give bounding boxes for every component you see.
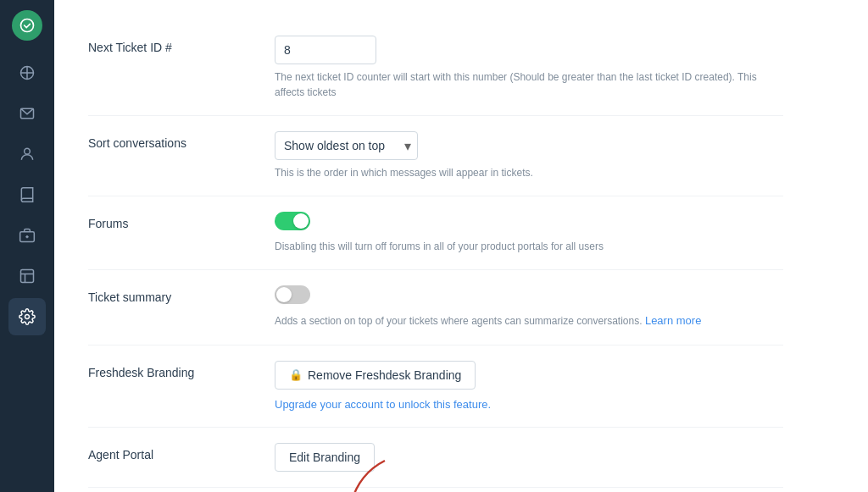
freshdesk-branding-label: Freshdesk Branding — [88, 361, 275, 379]
remove-branding-label: Remove Freshdesk Branding — [308, 368, 461, 382]
setting-freshdesk-branding: Freshdesk Branding 🔒 Remove Freshdesk Br… — [88, 346, 783, 428]
svg-point-5 — [25, 148, 31, 154]
sidebar — [0, 0, 54, 492]
next-ticket-id-input[interactable] — [275, 36, 376, 64]
forums-label: Forums — [88, 212, 275, 230]
forums-control: Disabling this will turn off forums in a… — [275, 212, 783, 254]
logo — [12, 10, 42, 41]
ticket-summary-toggle[interactable] — [275, 285, 310, 304]
remove-freshdesk-branding-button[interactable]: 🔒 Remove Freshdesk Branding — [275, 361, 476, 390]
toggle-track — [275, 212, 310, 230]
next-ticket-id-control: The next ticket ID counter will start wi… — [275, 36, 783, 100]
settings-container: Next Ticket ID # The next ticket ID coun… — [54, 0, 817, 492]
svg-rect-9 — [21, 270, 34, 283]
forums-toggle[interactable] — [275, 212, 310, 230]
next-ticket-id-description: The next ticket ID counter will start wi… — [275, 69, 783, 100]
sort-conversations-label: Sort conversations — [88, 131, 275, 150]
ticket-summary-description-text: Adds a section on top of your tickets wh… — [275, 315, 643, 327]
svg-point-0 — [21, 19, 34, 32]
sidebar-item-inbox[interactable] — [8, 95, 46, 132]
sort-conversations-description: This is the order in which messages will… — [275, 165, 783, 180]
sidebar-item-contacts[interactable] — [8, 135, 46, 173]
upgrade-link[interactable]: Upgrade your account to unlock this feat… — [275, 398, 491, 411]
svg-point-10 — [25, 315, 30, 319]
next-ticket-id-label: Next Ticket ID # — [88, 36, 275, 54]
main-content: Next Ticket ID # The next ticket ID coun… — [54, 0, 868, 492]
sort-conversations-control: Show oldest on top Show newest on top ▾ … — [275, 131, 783, 180]
lock-icon: 🔒 — [289, 368, 303, 381]
sidebar-item-tickets[interactable] — [8, 217, 46, 254]
ticket-summary-description: Adds a section on top of your tickets wh… — [275, 312, 783, 329]
setting-customer-portal: Customer Portal Edit Portal — [88, 488, 783, 493]
toggle-thumb — [293, 213, 309, 229]
setting-forums: Forums Disabling this will turn off foru… — [88, 196, 783, 270]
sidebar-item-knowledge[interactable] — [8, 176, 46, 213]
ticket-summary-label: Ticket summary — [88, 285, 275, 304]
freshdesk-branding-control: 🔒 Remove Freshdesk Branding Upgrade your… — [275, 361, 783, 412]
sidebar-item-reports[interactable] — [8, 257, 46, 295]
toggle-track — [275, 285, 310, 304]
setting-ticket-summary: Ticket summary Adds a section on top of … — [88, 270, 783, 346]
sort-conversations-select-wrapper: Show oldest on top Show newest on top ▾ — [275, 131, 418, 160]
sort-conversations-select[interactable]: Show oldest on top Show newest on top — [275, 131, 418, 160]
edit-branding-button[interactable]: Edit Branding — [275, 443, 375, 472]
agent-portal-label: Agent Portal — [88, 443, 275, 462]
toggle-thumb — [276, 287, 292, 302]
setting-agent-portal: Agent Portal Edit Branding — [88, 428, 783, 488]
forums-description: Disabling this will turn off forums in a… — [275, 239, 783, 254]
ticket-summary-control: Adds a section on top of your tickets wh… — [275, 285, 783, 329]
setting-sort-conversations: Sort conversations Show oldest on top Sh… — [88, 116, 783, 196]
edit-branding-label: Edit Branding — [289, 451, 360, 464]
learn-more-link[interactable]: Learn more — [645, 314, 701, 327]
setting-next-ticket-id: Next Ticket ID # The next ticket ID coun… — [88, 20, 783, 116]
sidebar-item-settings[interactable] — [8, 298, 46, 335]
sidebar-item-home[interactable] — [8, 54, 46, 91]
agent-portal-control: Edit Branding — [275, 443, 783, 472]
